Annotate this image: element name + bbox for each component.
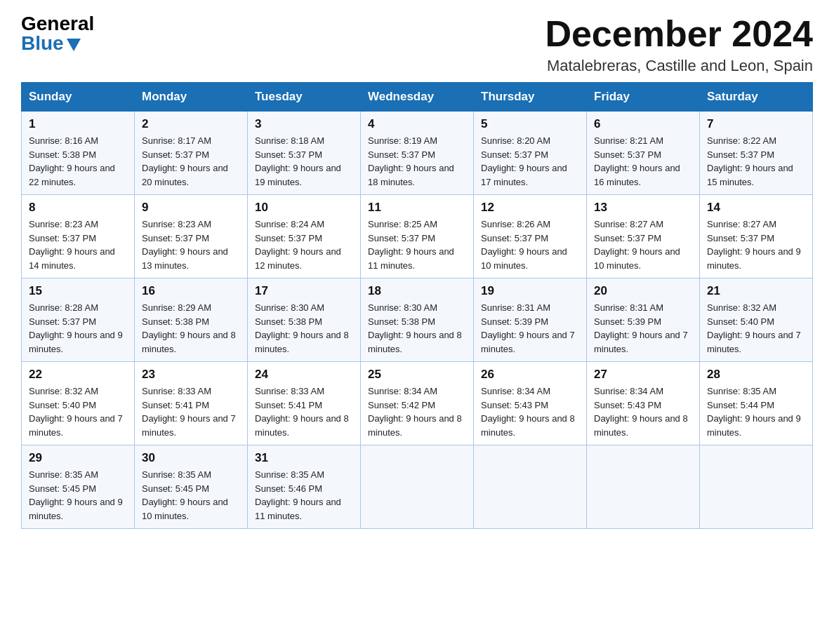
- day-info: Sunrise: 8:29 AMSunset: 5:38 PMDaylight:…: [142, 301, 240, 356]
- logo-general-text: General: [21, 14, 94, 34]
- day-info: Sunrise: 8:35 AMSunset: 5:44 PMDaylight:…: [707, 384, 805, 439]
- day-number: 28: [707, 368, 805, 382]
- day-number: 25: [368, 368, 466, 382]
- day-info: Sunrise: 8:23 AMSunset: 5:37 PMDaylight:…: [142, 217, 240, 272]
- day-number: 29: [29, 451, 127, 465]
- day-number: 27: [594, 368, 692, 382]
- day-number: 12: [481, 201, 579, 215]
- calendar-day-cell: 7Sunrise: 8:22 AMSunset: 5:37 PMDaylight…: [700, 112, 813, 195]
- page-header: General Blue December 2024 Matalebreras,…: [21, 14, 813, 75]
- day-info: Sunrise: 8:22 AMSunset: 5:37 PMDaylight:…: [707, 134, 805, 189]
- calendar-day-cell: 12Sunrise: 8:26 AMSunset: 5:37 PMDayligh…: [474, 195, 587, 279]
- calendar-day-cell: 30Sunrise: 8:35 AMSunset: 5:45 PMDayligh…: [135, 445, 248, 529]
- calendar-table: Sunday Monday Tuesday Wednesday Thursday…: [21, 82, 813, 529]
- day-number: 16: [142, 284, 240, 298]
- calendar-day-cell: 14Sunrise: 8:27 AMSunset: 5:37 PMDayligh…: [700, 195, 813, 279]
- header-thursday: Thursday: [474, 83, 587, 112]
- day-info: Sunrise: 8:31 AMSunset: 5:39 PMDaylight:…: [594, 301, 692, 356]
- day-info: Sunrise: 8:34 AMSunset: 5:43 PMDaylight:…: [481, 384, 579, 439]
- calendar-day-cell: [700, 445, 813, 529]
- calendar-day-cell: 27Sunrise: 8:34 AMSunset: 5:43 PMDayligh…: [587, 362, 700, 445]
- calendar-week-row: 15Sunrise: 8:28 AMSunset: 5:37 PMDayligh…: [22, 279, 813, 362]
- calendar-day-cell: 8Sunrise: 8:23 AMSunset: 5:37 PMDaylight…: [22, 195, 135, 279]
- day-number: 2: [142, 117, 240, 131]
- calendar-day-cell: 21Sunrise: 8:32 AMSunset: 5:40 PMDayligh…: [700, 279, 813, 362]
- day-number: 19: [481, 284, 579, 298]
- day-number: 23: [142, 368, 240, 382]
- calendar-day-cell: 24Sunrise: 8:33 AMSunset: 5:41 PMDayligh…: [248, 362, 361, 445]
- calendar-day-cell: 10Sunrise: 8:24 AMSunset: 5:37 PMDayligh…: [248, 195, 361, 279]
- day-info: Sunrise: 8:33 AMSunset: 5:41 PMDaylight:…: [255, 384, 353, 439]
- calendar-day-cell: 2Sunrise: 8:17 AMSunset: 5:37 PMDaylight…: [135, 112, 248, 195]
- calendar-day-cell: 22Sunrise: 8:32 AMSunset: 5:40 PMDayligh…: [22, 362, 135, 445]
- calendar-day-cell: 18Sunrise: 8:30 AMSunset: 5:38 PMDayligh…: [361, 279, 474, 362]
- day-info: Sunrise: 8:35 AMSunset: 5:45 PMDaylight:…: [29, 468, 127, 523]
- calendar-week-row: 29Sunrise: 8:35 AMSunset: 5:45 PMDayligh…: [22, 445, 813, 529]
- day-info: Sunrise: 8:19 AMSunset: 5:37 PMDaylight:…: [368, 134, 466, 189]
- day-number: 7: [707, 117, 805, 131]
- day-number: 8: [29, 201, 127, 215]
- calendar-day-cell: 5Sunrise: 8:20 AMSunset: 5:37 PMDaylight…: [474, 112, 587, 195]
- header-sunday: Sunday: [22, 83, 135, 112]
- day-number: 17: [255, 284, 353, 298]
- header-monday: Monday: [135, 83, 248, 112]
- day-info: Sunrise: 8:16 AMSunset: 5:38 PMDaylight:…: [29, 134, 127, 189]
- calendar-day-cell: 25Sunrise: 8:34 AMSunset: 5:42 PMDayligh…: [361, 362, 474, 445]
- day-number: 15: [29, 284, 127, 298]
- day-number: 21: [707, 284, 805, 298]
- day-info: Sunrise: 8:17 AMSunset: 5:37 PMDaylight:…: [142, 134, 240, 189]
- calendar-day-cell: 31Sunrise: 8:35 AMSunset: 5:46 PMDayligh…: [248, 445, 361, 529]
- day-info: Sunrise: 8:34 AMSunset: 5:42 PMDaylight:…: [368, 384, 466, 439]
- calendar-day-cell: 20Sunrise: 8:31 AMSunset: 5:39 PMDayligh…: [587, 279, 700, 362]
- day-number: 24: [255, 368, 353, 382]
- day-info: Sunrise: 8:28 AMSunset: 5:37 PMDaylight:…: [29, 301, 127, 356]
- calendar-day-cell: 11Sunrise: 8:25 AMSunset: 5:37 PMDayligh…: [361, 195, 474, 279]
- day-number: 18: [368, 284, 466, 298]
- title-block: December 2024 Matalebreras, Castille and…: [545, 14, 813, 75]
- day-info: Sunrise: 8:26 AMSunset: 5:37 PMDaylight:…: [481, 217, 579, 272]
- calendar-day-cell: 6Sunrise: 8:21 AMSunset: 5:37 PMDaylight…: [587, 112, 700, 195]
- day-number: 5: [481, 117, 579, 131]
- calendar-day-cell: 28Sunrise: 8:35 AMSunset: 5:44 PMDayligh…: [700, 362, 813, 445]
- month-year-title: December 2024: [545, 14, 813, 54]
- logo-triangle-icon: [67, 39, 81, 51]
- calendar-week-row: 8Sunrise: 8:23 AMSunset: 5:37 PMDaylight…: [22, 195, 813, 279]
- day-number: 1: [29, 117, 127, 131]
- day-info: Sunrise: 8:35 AMSunset: 5:46 PMDaylight:…: [255, 468, 353, 523]
- day-number: 6: [594, 117, 692, 131]
- calendar-day-cell: 15Sunrise: 8:28 AMSunset: 5:37 PMDayligh…: [22, 279, 135, 362]
- day-number: 10: [255, 201, 353, 215]
- day-number: 9: [142, 201, 240, 215]
- calendar-day-cell: 19Sunrise: 8:31 AMSunset: 5:39 PMDayligh…: [474, 279, 587, 362]
- calendar-day-cell: 4Sunrise: 8:19 AMSunset: 5:37 PMDaylight…: [361, 112, 474, 195]
- day-info: Sunrise: 8:18 AMSunset: 5:37 PMDaylight:…: [255, 134, 353, 189]
- day-info: Sunrise: 8:31 AMSunset: 5:39 PMDaylight:…: [481, 301, 579, 356]
- header-wednesday: Wednesday: [361, 83, 474, 112]
- day-info: Sunrise: 8:32 AMSunset: 5:40 PMDaylight:…: [707, 301, 805, 356]
- calendar-day-cell: [474, 445, 587, 529]
- logo: General Blue: [21, 14, 94, 53]
- day-number: 26: [481, 368, 579, 382]
- day-info: Sunrise: 8:21 AMSunset: 5:37 PMDaylight:…: [594, 134, 692, 189]
- day-info: Sunrise: 8:24 AMSunset: 5:37 PMDaylight:…: [255, 217, 353, 272]
- calendar-day-cell: 26Sunrise: 8:34 AMSunset: 5:43 PMDayligh…: [474, 362, 587, 445]
- calendar-day-cell: 3Sunrise: 8:18 AMSunset: 5:37 PMDaylight…: [248, 112, 361, 195]
- calendar-day-cell: [587, 445, 700, 529]
- day-number: 14: [707, 201, 805, 215]
- weekday-header-row: Sunday Monday Tuesday Wednesday Thursday…: [22, 83, 813, 112]
- day-info: Sunrise: 8:32 AMSunset: 5:40 PMDaylight:…: [29, 384, 127, 439]
- calendar-week-row: 1Sunrise: 8:16 AMSunset: 5:38 PMDaylight…: [22, 112, 813, 195]
- calendar-day-cell: 29Sunrise: 8:35 AMSunset: 5:45 PMDayligh…: [22, 445, 135, 529]
- day-number: 3: [255, 117, 353, 131]
- day-number: 20: [594, 284, 692, 298]
- calendar-day-cell: 13Sunrise: 8:27 AMSunset: 5:37 PMDayligh…: [587, 195, 700, 279]
- day-info: Sunrise: 8:25 AMSunset: 5:37 PMDaylight:…: [368, 217, 466, 272]
- calendar-day-cell: [361, 445, 474, 529]
- day-info: Sunrise: 8:20 AMSunset: 5:37 PMDaylight:…: [481, 134, 579, 189]
- day-info: Sunrise: 8:30 AMSunset: 5:38 PMDaylight:…: [255, 301, 353, 356]
- day-number: 13: [594, 201, 692, 215]
- header-friday: Friday: [587, 83, 700, 112]
- day-info: Sunrise: 8:34 AMSunset: 5:43 PMDaylight:…: [594, 384, 692, 439]
- calendar-day-cell: 17Sunrise: 8:30 AMSunset: 5:38 PMDayligh…: [248, 279, 361, 362]
- calendar-day-cell: 9Sunrise: 8:23 AMSunset: 5:37 PMDaylight…: [135, 195, 248, 279]
